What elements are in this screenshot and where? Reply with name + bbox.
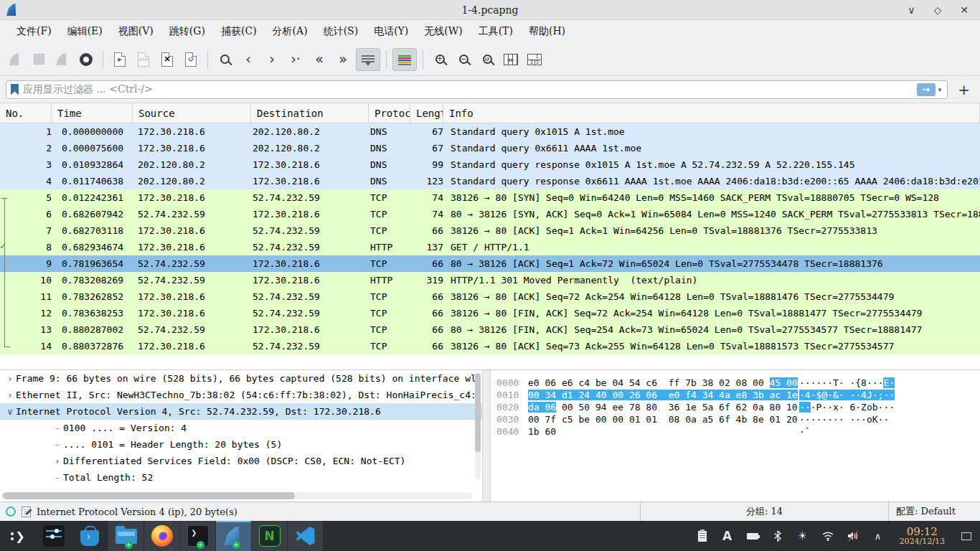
menu-item-v[interactable]: 视图(V) [110,22,161,41]
maximize-button[interactable]: ◇ [933,5,941,15]
zoom-in-button[interactable]: + [429,48,451,71]
hex-row[interactable]: 003000 7f c5 be 00 00 01 01 08 0a a5 6f … [496,413,980,425]
detail-horizontal-scrollbar[interactable] [1,492,472,499]
apply-filter-button[interactable]: → [917,83,936,96]
column-header-time[interactable]: Time [52,103,133,123]
tray-bluetooth-icon[interactable] [771,529,784,542]
minimize-button[interactable]: ∨ [908,5,915,15]
taskbar-konsole-terminal-button[interactable]: ❯+ [179,521,215,551]
zoom-out-button[interactable]: − [453,48,474,71]
go-first-packet-button[interactable]: « [308,48,330,71]
column-header-protocol[interactable]: Protocol [369,103,410,123]
start-capture-button[interactable] [4,48,26,71]
resize-columns-button[interactable]: ◂▸ [500,48,522,71]
taskbar-discover-store-button[interactable] [72,521,108,551]
go-forward-button[interactable]: › [261,48,283,71]
packet-row[interactable]: 110.783262852172.30.218.652.74.232.59TCP… [0,288,980,305]
taskbar-neovim-button[interactable]: N [251,521,287,551]
tray-wifi-icon[interactable] [821,529,834,542]
hex-row[interactable]: 00401b 60·` [496,425,980,438]
tray-brightness-icon[interactable]: ☀ [796,529,809,542]
packet-row[interactable]: 90.78196365452.74.232.59172.30.218.6TCP6… [0,255,980,272]
layout-panes-button[interactable]: 123 [524,48,545,71]
display-filter-input[interactable]: 应用显示过滤器 ... <Ctrl-/> → ▾ [6,80,948,99]
packet-row[interactable]: 140.880372876172.30.218.652.74.232.59TCP… [0,338,980,354]
detail-row[interactable]: –.... 0101 = Header Length: 20 bytes (5) [0,436,482,453]
auto-scroll-button[interactable] [356,48,380,71]
colorize-packets-button[interactable] [392,48,417,71]
close-file-button[interactable]: ✕ [156,48,178,71]
expert-info-icon[interactable] [6,507,16,517]
menu-item-g[interactable]: 跳转(G) [161,22,213,41]
column-header-destination[interactable]: Destination [251,103,369,123]
detail-vertical-scrollbar[interactable] [475,373,481,479]
hex-row[interactable]: 0000e0 06 e6 c4 be 04 54 c6 ff 7b 38 02 … [496,377,980,389]
menu-item-a[interactable]: 分析(A) [265,22,316,41]
expander-collapsed-icon[interactable]: › [52,456,63,466]
tray-input-language-icon[interactable]: A [721,529,734,542]
detail-row[interactable]: –Total Length: 52 [0,469,482,486]
detail-row[interactable]: –0100 .... = Version: 4 [0,420,482,436]
close-button[interactable]: ✕ [960,5,969,15]
restart-capture-button[interactable] [52,48,73,71]
taskbar-file-manager-button[interactable]: + [108,521,143,551]
show-desktop-button[interactable] [960,529,973,542]
packet-row[interactable]: 100.78320826952.74.232.59172.30.218.6HTT… [0,272,980,288]
tray-chevron-up-icon[interactable]: ∧ [872,529,885,542]
bookmark-icon[interactable] [11,84,19,95]
save-file-button[interactable]: 010 [133,48,154,71]
taskbar-wireshark-button[interactable]: + [215,521,251,551]
packet-row[interactable]: 50.012242361172.30.218.652.74.232.59TCP7… [0,189,980,206]
expander-collapsed-icon[interactable]: › [4,390,16,400]
capture-comment-icon[interactable] [22,507,31,517]
packet-row[interactable]: 40.011740638202.120.80.2172.30.218.6DNS1… [0,173,980,189]
menu-item-s[interactable]: 统计(S) [316,22,367,41]
menu-item-h[interactable]: 帮助(H) [521,22,573,41]
taskbar-system-settings-button[interactable] [36,521,72,551]
clock[interactable]: 09:12 2024/12/13 [897,526,948,547]
status-profile[interactable]: 配置: Default [888,502,980,521]
filter-dropdown-caret-icon[interactable]: ▾ [938,86,942,93]
detail-row[interactable]: ›Frame 9: 66 bytes on wire (528 bits), 6… [0,370,482,387]
menu-item-f[interactable]: 文件(F) [9,22,60,41]
column-header-info[interactable]: Info [443,103,980,123]
capture-options-button[interactable] [75,48,97,71]
taskbar-firefox-button[interactable] [143,521,179,551]
taskbar-app-launcher-button[interactable]: ❯ [0,521,36,551]
packet-row[interactable]: 20.000075600172.30.218.6202.120.80.2DNS6… [0,140,980,156]
packet-row[interactable]: 80.682934674172.30.218.652.74.232.59HTTP… [0,239,980,255]
detail-row[interactable]: ›Differentiated Services Field: 0x00 (DS… [0,453,482,469]
packet-row[interactable]: 70.682703118172.30.218.652.74.232.59TCP6… [0,222,980,239]
menu-item-e[interactable]: 编辑(E) [60,22,110,41]
reload-file-button[interactable]: ↺ [180,48,202,71]
tray-battery-icon[interactable] [746,529,759,542]
menu-item-t[interactable]: 工具(T) [471,22,521,41]
packet-row[interactable]: 120.783638253172.30.218.652.74.232.59TCP… [0,305,980,321]
add-filter-button[interactable]: + [953,81,974,98]
hex-row[interactable]: 001000 34 d1 24 40 00 26 06 e0 f4 34 4a … [496,389,980,401]
menu-item-c[interactable]: 捕获(C) [213,22,265,41]
packet-row[interactable]: 10.000000000172.30.218.6202.120.80.2DNS6… [0,123,980,140]
column-header-no[interactable]: No. [0,103,52,123]
packet-row[interactable]: 30.010932864202.120.80.2172.30.218.6DNS9… [0,156,980,173]
expander-collapsed-icon[interactable]: › [4,373,16,384]
stop-capture-button[interactable] [28,48,50,71]
menu-item-y[interactable]: 电话(Y) [366,22,416,41]
packet-row[interactable]: 60.68260794252.74.232.59172.30.218.6TCP7… [0,206,980,222]
go-last-packet-button[interactable]: » [332,48,354,71]
expander-expanded-icon[interactable]: ∨ [4,406,16,417]
packet-row[interactable]: 130.88028700252.74.232.59172.30.218.6TCP… [0,321,980,338]
go-to-packet-button[interactable]: ›· [285,48,306,71]
open-file-button[interactable]: ▸ [109,48,131,71]
go-back-button[interactable]: ‹ [237,48,259,71]
detail-row[interactable]: ›Ethernet II, Src: NewH3CTechno_7b:38:02… [0,387,482,403]
pane-splitter[interactable] [482,370,491,501]
detail-row[interactable]: ∨Internet Protocol Version 4, Src: 52.74… [0,403,482,420]
menu-item-w[interactable]: 无线(W) [416,22,470,41]
tray-clipboard-icon[interactable] [696,529,709,542]
hex-row[interactable]: 0020da 06 00 50 94 ee 78 80 36 1e 5a 6f … [496,401,980,413]
taskbar-vscode-button[interactable] [287,521,323,551]
tray-volume-muted-icon[interactable] [847,529,859,542]
column-header-source[interactable]: Source [133,103,251,123]
column-header-length[interactable]: Length [410,103,443,123]
